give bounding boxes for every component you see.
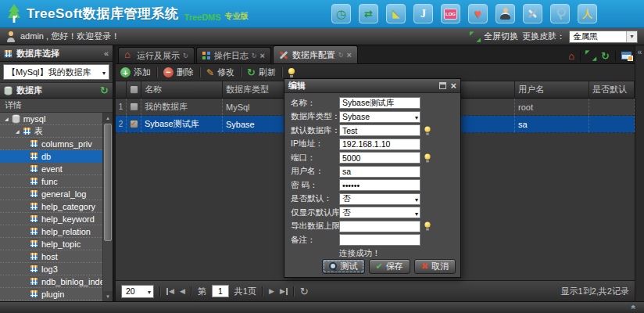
tree-node-help_relation[interactable]: help_relation xyxy=(0,225,102,238)
dialog-title: 编辑 xyxy=(288,80,435,92)
log-button[interactable] xyxy=(441,4,460,23)
tree-node-db[interactable]: db xyxy=(0,150,102,163)
close-icon[interactable] xyxy=(450,82,456,90)
tree-detail-header: 详情 xyxy=(0,99,113,113)
refresh-icon[interactable] xyxy=(601,49,610,63)
page-count: 共1页 xyxy=(234,286,256,297)
field-input[interactable]: 192.168.1.10 xyxy=(339,139,420,150)
row-checkbox[interactable] xyxy=(130,120,138,128)
save-button[interactable]: 保存 xyxy=(369,259,410,274)
tree-node-func[interactable]: func xyxy=(0,175,102,188)
sidebar-collapse-icon[interactable] xyxy=(104,49,109,58)
test-button[interactable]: 测试 xyxy=(322,259,365,274)
field-input[interactable] xyxy=(339,234,420,246)
grid-view-icon[interactable] xyxy=(621,52,631,59)
skin-select[interactable]: 金属黑 xyxy=(569,31,638,43)
expand-icon[interactable] xyxy=(586,51,596,60)
fullscreen-toggle[interactable]: 全屏切换 xyxy=(484,31,518,42)
tree-node-plugin[interactable]: plugin xyxy=(0,288,102,300)
tree-node-tables[interactable]: 表 xyxy=(0,125,102,138)
delete-button[interactable]: 删除 xyxy=(163,67,194,78)
scroll-down-icon[interactable] xyxy=(103,291,113,301)
tools-button[interactable] xyxy=(523,4,542,23)
scroll-up-icon[interactable] xyxy=(103,113,113,123)
field-input[interactable]: Test xyxy=(339,124,420,136)
add-button[interactable]: 添加 xyxy=(120,67,151,78)
key-button[interactable] xyxy=(550,4,570,23)
tab-close-icon[interactable] xyxy=(347,51,352,59)
page-number-input[interactable]: 1 xyxy=(212,285,229,297)
database-select[interactable]: 【MySql】我的数据库 xyxy=(3,64,109,80)
chart-button[interactable] xyxy=(386,4,406,23)
column-header-checkbox xyxy=(127,81,141,98)
edit-button[interactable]: 修改 xyxy=(206,67,234,78)
scrollbar-thumb[interactable] xyxy=(104,124,112,241)
tab-config[interactable]: 数据库配置 xyxy=(273,45,358,63)
tab-refresh-icon[interactable] xyxy=(252,52,257,59)
dialog-titlebar[interactable]: 编辑 xyxy=(284,79,460,93)
tree-node-label: ndb_binlog_index xyxy=(41,277,102,286)
field-label: 默认数据库： xyxy=(291,125,339,136)
tree-node-general_log[interactable]: general_log xyxy=(0,188,102,200)
first-page-button[interactable] xyxy=(166,288,174,295)
tab-home[interactable]: 运行及展示 xyxy=(118,47,195,63)
tree-node-help_category[interactable]: help_category xyxy=(0,200,102,213)
field-input[interactable]: Sybase测试库 xyxy=(339,97,420,109)
collapse-up-icon[interactable] xyxy=(630,305,639,310)
tree-node-help_topic[interactable]: help_topic xyxy=(0,238,102,250)
field-input[interactable]: •••••• xyxy=(339,179,420,191)
tab-log[interactable]: 操作日志 xyxy=(196,47,271,63)
app-subtitle: TreeDMS xyxy=(184,13,221,23)
column-header-user[interactable]: 用户名 xyxy=(515,81,589,98)
tree-node-event[interactable]: event xyxy=(0,163,102,175)
tree-node-label: help_relation xyxy=(41,227,91,236)
dropdown-caret-icon[interactable] xyxy=(102,67,106,77)
dialog-field-row: IP地址： 192.168.1.10 xyxy=(291,139,454,150)
field-input[interactable]: Sybase xyxy=(339,111,420,123)
field-input[interactable]: sa xyxy=(339,166,420,178)
tree-node-columns_priv[interactable]: columns_priv xyxy=(0,138,102,150)
sync-button[interactable] xyxy=(359,4,378,23)
column-header-name[interactable]: 名称 xyxy=(141,81,223,98)
runner-button[interactable] xyxy=(578,4,597,23)
page-size-select[interactable]: 20 xyxy=(121,285,154,298)
tree-scrollbar[interactable] xyxy=(102,113,113,301)
tree-node-ndb_binlog_index[interactable]: ndb_binlog_index xyxy=(0,275,102,288)
field-input[interactable]: 否 xyxy=(339,207,420,218)
refresh-button[interactable]: 刷新 xyxy=(247,67,276,78)
fullscreen-icon[interactable] xyxy=(470,32,480,41)
tab-icon xyxy=(279,50,289,59)
field-input[interactable]: 否 xyxy=(339,193,420,205)
tree-node-help_keyword[interactable]: help_keyword xyxy=(0,213,102,225)
tree-node-host[interactable]: host xyxy=(0,250,102,263)
collapse-left-icon[interactable] xyxy=(638,48,642,56)
tab-refresh-icon[interactable] xyxy=(338,52,344,59)
select-all-checkbox[interactable] xyxy=(130,85,138,94)
field-input[interactable]: 5000 xyxy=(339,152,420,164)
dropdown-caret-icon[interactable] xyxy=(626,31,637,42)
letter-j-button[interactable] xyxy=(413,4,433,23)
prev-page-button[interactable] xyxy=(180,288,185,295)
maximize-icon[interactable] xyxy=(439,82,446,89)
cancel-button[interactable]: 取消 xyxy=(414,259,456,274)
refresh-tree-icon[interactable] xyxy=(100,85,109,96)
tab-refresh-icon[interactable] xyxy=(183,52,188,59)
tree-node-log3[interactable]: log3 xyxy=(0,263,102,275)
heart-button[interactable] xyxy=(468,4,488,23)
reload-page-button[interactable] xyxy=(300,286,309,297)
tab-close-icon[interactable] xyxy=(259,52,264,59)
column-header-default[interactable]: 是否默认 xyxy=(589,81,635,98)
expander-icon[interactable] xyxy=(16,128,20,134)
tree-node-mysql[interactable]: mysql xyxy=(0,113,102,125)
expander-icon[interactable] xyxy=(5,116,9,121)
table-icon xyxy=(30,164,38,173)
user-button[interactable] xyxy=(496,4,515,23)
home-icon[interactable] xyxy=(568,49,574,63)
next-page-button[interactable] xyxy=(269,288,274,295)
timer-button[interactable] xyxy=(331,4,351,23)
last-page-button[interactable] xyxy=(280,288,288,295)
row-checkbox[interactable] xyxy=(130,103,138,111)
east-collapsed-panel[interactable] xyxy=(635,45,644,301)
row-checkbox-cell xyxy=(127,116,141,132)
field-input[interactable] xyxy=(339,221,420,232)
